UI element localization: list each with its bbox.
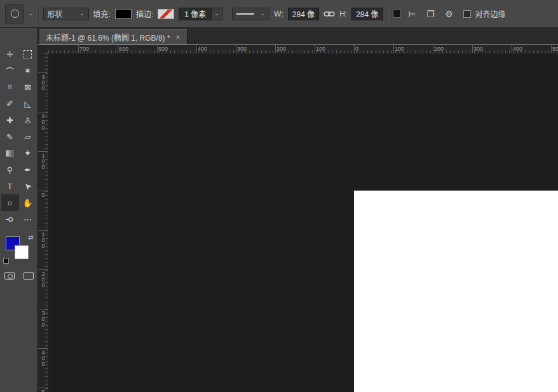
type-tool[interactable]: T [1,178,19,194]
stroke-width-dropdown[interactable]: ⌄ [211,8,222,20]
ruler-tick [236,45,236,53]
stroke-line-icon [236,13,254,15]
divider [227,5,228,23]
link-dimensions-icon[interactable] [323,11,335,17]
document-tab[interactable]: 未标题-1 @ 61.6% (椭圆 1, RGB/8) * × [39,29,187,44]
default-colors-icon[interactable] [4,260,9,264]
ruler-number: 300 [473,46,483,52]
healing-brush-tool-icon: ✚ [6,116,13,125]
quick-mask-button[interactable] [4,272,15,280]
options-bar: ⌄ 形状 ⌄ 填充: 描边: 1 像素 ⌄ ⌄ W: 284 像 [0,0,558,28]
ellipse-tool-icon: ○ [8,198,13,208]
screen-mode-button[interactable] [24,272,34,280]
ruler-tick [354,45,355,53]
ruler-tick [38,348,48,349]
chevron-down-icon[interactable]: ⌄ [29,11,34,17]
pen-tool[interactable]: ✒ [19,161,37,178]
ellipse-tool[interactable]: ○ [1,194,19,211]
ruler-number: 400 [513,46,522,52]
fill-label: 填充: [93,8,111,19]
path-selection-tool-icon: ➤ [22,180,33,192]
stroke-width-value: 1 像素 [179,8,211,20]
document-tab-title: 未标题-1 @ 61.6% (椭圆 1, RGB/8) * [46,32,170,43]
brush-tool[interactable]: ✎ [1,128,19,145]
photoshop-app: ⌄ 形状 ⌄ 填充: 描边: 1 像素 ⌄ ⌄ W: 284 像 [0,0,558,392]
chevron-down-icon: ⌄ [214,11,219,17]
rectangular-marquee-tool[interactable] [19,46,37,62]
lasso-tool[interactable]: ⌒ [1,62,19,79]
hand-tool[interactable]: ✋ [19,194,37,211]
ruler-number: 0 [355,46,358,52]
ruler-number: 300 [40,310,46,327]
dodge-tool[interactable]: ⚲ [1,161,19,178]
height-value: 284 像 [356,8,378,19]
fill-swatch[interactable] [115,9,132,19]
eraser-tool[interactable]: ▱ [19,128,37,145]
move-tool[interactable]: ✛ [1,46,19,62]
frame-tool[interactable]: ⊠ [19,79,37,95]
quick-selection-tool[interactable]: ✶ [19,62,37,79]
clone-stamp-tool-icon: ♙ [24,116,32,125]
path-selection-tool[interactable]: ➤ [19,178,37,194]
align-edges-checkbox[interactable] [463,10,471,18]
background-color-swatch[interactable] [15,245,29,259]
zoom-tool[interactable]: ⚲ [1,211,19,227]
clone-stamp-tool[interactable]: ♙ [19,112,37,128]
ruler-number: 200 [40,113,46,130]
eyedropper-tool-icon: ✐ [6,99,13,109]
ruler-tick [275,45,276,53]
document-canvas[interactable] [354,191,558,392]
document-tab-bar: 未标题-1 @ 61.6% (椭圆 1, RGB/8) * × [38,28,558,44]
ruler-tick [38,388,48,388]
settings-gear-icon[interactable]: ⚙ [442,9,456,19]
stroke-type-select[interactable]: ⌄ [232,8,270,20]
eyedropper-tool[interactable]: ✐ [1,95,19,112]
height-input[interactable]: 284 像 [351,8,383,20]
stroke-width-input[interactable]: 1 像素 ⌄ [179,8,222,20]
close-tab-icon[interactable]: × [176,33,180,42]
ruler-tool[interactable]: ◺ [19,95,37,112]
horizontal-ruler[interactable]: 7006005004003002001000100200300400500 [48,45,558,53]
tool-mode-select[interactable]: 形状 ⌄ [43,8,89,20]
vertical-ruler[interactable]: 3002001000100200300400500600 [38,53,48,392]
healing-brush-tool[interactable]: ✚ [1,112,19,128]
path-alignment-button[interactable]: ⊨ [405,9,419,19]
gradient-tool-icon [6,150,14,157]
blur-tool[interactable]: ♠ [19,145,37,161]
ruler-tool-icon: ◺ [25,99,31,109]
ruler-tick [315,45,315,53]
hand-tool-icon: ✋ [22,198,32,208]
width-input[interactable]: 284 像 [288,8,319,20]
ruler-number: 100 [40,152,46,170]
align-edges-label: 对齐边缘 [475,8,506,19]
gradient-tool[interactable] [1,145,19,161]
ruler-number: 100 [316,46,325,52]
quick-selection-tool-icon: ✶ [24,66,31,76]
zoom-tool-icon: ⚲ [5,216,15,222]
path-arrangement-button[interactable]: ❐ [424,9,438,19]
ruler-number: 400 [40,349,46,367]
canvas-area[interactable] [48,53,558,392]
ruler-tick [157,45,158,53]
stroke-swatch[interactable] [158,9,174,19]
rectangular-marquee-tool-icon [24,50,32,58]
ellipse-tool-icon [11,10,19,18]
crop-tool[interactable]: ⌗ [1,79,19,95]
divider [388,5,388,23]
ruler-number: 300 [237,46,247,52]
ruler-origin-corner[interactable] [38,45,48,53]
more-tools-icon: ⋯ [24,215,32,224]
path-operations-button[interactable] [393,10,401,18]
ruler-tick [78,45,79,53]
more-tools[interactable]: ⋯ [19,211,37,227]
ruler-number: 400 [198,46,207,52]
tool-preset-button[interactable] [5,4,24,24]
ruler-number: 200 [434,46,444,52]
chevron-down-icon: ⌄ [261,11,266,17]
crop-tool-icon: ⌗ [8,82,12,92]
ruler-number: 600 [119,46,128,52]
ruler-number: 200 [276,46,286,52]
ruler-number: 100 [40,231,46,248]
swap-colors-icon[interactable]: ⇄ [28,234,33,241]
ruler-tick [472,45,473,53]
